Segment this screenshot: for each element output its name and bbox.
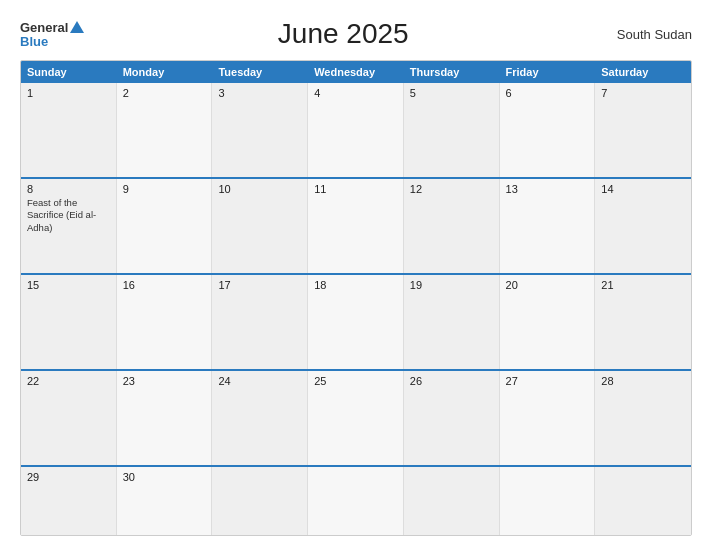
header: General Blue June 2025 South Sudan <box>20 18 692 50</box>
calendar: Sunday Monday Tuesday Wednesday Thursday… <box>20 60 692 536</box>
cell-2-5: 13 <box>500 179 596 273</box>
header-friday: Friday <box>500 61 596 83</box>
cell-4-0: 22 <box>21 371 117 465</box>
week-2: 8 Feast of the Sacrifice (Eid al-Adha) 9… <box>21 177 691 273</box>
cell-3-4: 19 <box>404 275 500 369</box>
week-4: 22 23 24 25 26 27 28 <box>21 369 691 465</box>
cell-4-5: 27 <box>500 371 596 465</box>
cell-2-0: 8 Feast of the Sacrifice (Eid al-Adha) <box>21 179 117 273</box>
cell-5-2 <box>212 467 308 535</box>
week-1: 1 2 3 4 5 6 7 <box>21 83 691 177</box>
cell-1-0: 1 <box>21 83 117 177</box>
cell-3-1: 16 <box>117 275 213 369</box>
header-thursday: Thursday <box>404 61 500 83</box>
header-monday: Monday <box>117 61 213 83</box>
week-3: 15 16 17 18 19 20 21 <box>21 273 691 369</box>
cell-1-3: 4 <box>308 83 404 177</box>
calendar-title: June 2025 <box>84 18 602 50</box>
country-label: South Sudan <box>602 27 692 42</box>
event-eid: Feast of the Sacrifice (Eid al-Adha) <box>27 197 110 234</box>
page: General Blue June 2025 South Sudan Sunda… <box>0 0 712 550</box>
cell-3-6: 21 <box>595 275 691 369</box>
cell-1-6: 7 <box>595 83 691 177</box>
logo-blue-text: Blue <box>20 35 48 48</box>
header-tuesday: Tuesday <box>212 61 308 83</box>
cell-1-4: 5 <box>404 83 500 177</box>
header-sunday: Sunday <box>21 61 117 83</box>
cell-2-3: 11 <box>308 179 404 273</box>
cell-2-4: 12 <box>404 179 500 273</box>
header-wednesday: Wednesday <box>308 61 404 83</box>
cell-4-2: 24 <box>212 371 308 465</box>
cell-1-1: 2 <box>117 83 213 177</box>
logo: General Blue <box>20 21 84 48</box>
cell-5-4 <box>404 467 500 535</box>
cell-5-0: 29 <box>21 467 117 535</box>
cell-5-1: 30 <box>117 467 213 535</box>
cell-3-2: 17 <box>212 275 308 369</box>
cell-3-3: 18 <box>308 275 404 369</box>
cell-1-2: 3 <box>212 83 308 177</box>
header-saturday: Saturday <box>595 61 691 83</box>
cell-5-3 <box>308 467 404 535</box>
logo-triangle-icon <box>70 21 84 33</box>
cell-2-1: 9 <box>117 179 213 273</box>
week-5: 29 30 <box>21 465 691 535</box>
cell-4-3: 25 <box>308 371 404 465</box>
cell-5-5 <box>500 467 596 535</box>
logo-general-text: General <box>20 21 68 34</box>
cell-2-2: 10 <box>212 179 308 273</box>
cell-4-6: 28 <box>595 371 691 465</box>
cell-2-6: 14 <box>595 179 691 273</box>
cell-1-5: 6 <box>500 83 596 177</box>
calendar-header-row: Sunday Monday Tuesday Wednesday Thursday… <box>21 61 691 83</box>
calendar-body: 1 2 3 4 5 6 7 8 Feast of the Sacrifice (… <box>21 83 691 535</box>
cell-5-6 <box>595 467 691 535</box>
cell-3-5: 20 <box>500 275 596 369</box>
cell-4-1: 23 <box>117 371 213 465</box>
cell-4-4: 26 <box>404 371 500 465</box>
cell-3-0: 15 <box>21 275 117 369</box>
